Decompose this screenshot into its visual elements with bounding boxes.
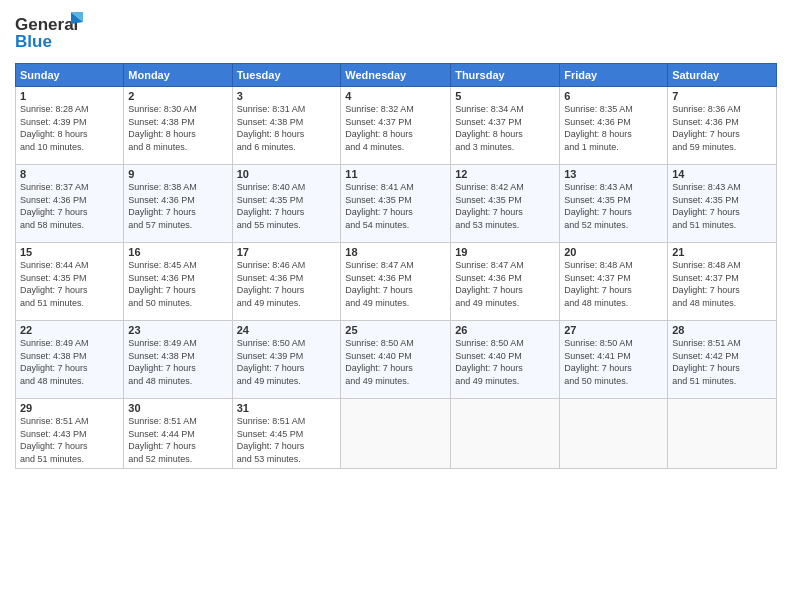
- week-row-2: 8Sunrise: 8:37 AM Sunset: 4:36 PM Daylig…: [16, 165, 777, 243]
- day-number: 20: [564, 246, 663, 258]
- day-info: Sunrise: 8:46 AM Sunset: 4:36 PM Dayligh…: [237, 259, 337, 309]
- svg-text:Blue: Blue: [15, 32, 52, 51]
- calendar-cell: 31Sunrise: 8:51 AM Sunset: 4:45 PM Dayli…: [232, 399, 341, 469]
- day-number: 26: [455, 324, 555, 336]
- calendar-cell: 13Sunrise: 8:43 AM Sunset: 4:35 PM Dayli…: [560, 165, 668, 243]
- day-info: Sunrise: 8:35 AM Sunset: 4:36 PM Dayligh…: [564, 103, 663, 153]
- day-info: Sunrise: 8:51 AM Sunset: 4:43 PM Dayligh…: [20, 415, 119, 465]
- day-info: Sunrise: 8:47 AM Sunset: 4:36 PM Dayligh…: [345, 259, 446, 309]
- calendar-cell: 8Sunrise: 8:37 AM Sunset: 4:36 PM Daylig…: [16, 165, 124, 243]
- day-number: 15: [20, 246, 119, 258]
- day-info: Sunrise: 8:51 AM Sunset: 4:44 PM Dayligh…: [128, 415, 227, 465]
- day-info: Sunrise: 8:34 AM Sunset: 4:37 PM Dayligh…: [455, 103, 555, 153]
- day-number: 10: [237, 168, 337, 180]
- day-info: Sunrise: 8:44 AM Sunset: 4:35 PM Dayligh…: [20, 259, 119, 309]
- calendar-cell: 10Sunrise: 8:40 AM Sunset: 4:35 PM Dayli…: [232, 165, 341, 243]
- col-header-saturday: Saturday: [668, 64, 777, 87]
- calendar-cell: 7Sunrise: 8:36 AM Sunset: 4:36 PM Daylig…: [668, 87, 777, 165]
- calendar-cell: 18Sunrise: 8:47 AM Sunset: 4:36 PM Dayli…: [341, 243, 451, 321]
- day-info: Sunrise: 8:50 AM Sunset: 4:40 PM Dayligh…: [345, 337, 446, 387]
- day-number: 22: [20, 324, 119, 336]
- col-header-monday: Monday: [124, 64, 232, 87]
- day-info: Sunrise: 8:48 AM Sunset: 4:37 PM Dayligh…: [564, 259, 663, 309]
- calendar-cell: 14Sunrise: 8:43 AM Sunset: 4:35 PM Dayli…: [668, 165, 777, 243]
- col-header-wednesday: Wednesday: [341, 64, 451, 87]
- calendar-cell: 17Sunrise: 8:46 AM Sunset: 4:36 PM Dayli…: [232, 243, 341, 321]
- calendar-cell: 29Sunrise: 8:51 AM Sunset: 4:43 PM Dayli…: [16, 399, 124, 469]
- day-number: 7: [672, 90, 772, 102]
- calendar-cell: 3Sunrise: 8:31 AM Sunset: 4:38 PM Daylig…: [232, 87, 341, 165]
- day-number: 23: [128, 324, 227, 336]
- calendar-cell: 22Sunrise: 8:49 AM Sunset: 4:38 PM Dayli…: [16, 321, 124, 399]
- day-info: Sunrise: 8:37 AM Sunset: 4:36 PM Dayligh…: [20, 181, 119, 231]
- day-info: Sunrise: 8:41 AM Sunset: 4:35 PM Dayligh…: [345, 181, 446, 231]
- day-number: 1: [20, 90, 119, 102]
- calendar-cell: 12Sunrise: 8:42 AM Sunset: 4:35 PM Dayli…: [451, 165, 560, 243]
- calendar-cell: 2Sunrise: 8:30 AM Sunset: 4:38 PM Daylig…: [124, 87, 232, 165]
- calendar-cell: 26Sunrise: 8:50 AM Sunset: 4:40 PM Dayli…: [451, 321, 560, 399]
- calendar-cell: [451, 399, 560, 469]
- day-info: Sunrise: 8:48 AM Sunset: 4:37 PM Dayligh…: [672, 259, 772, 309]
- calendar-cell: 5Sunrise: 8:34 AM Sunset: 4:37 PM Daylig…: [451, 87, 560, 165]
- day-info: Sunrise: 8:43 AM Sunset: 4:35 PM Dayligh…: [564, 181, 663, 231]
- logo-svg: GeneralBlue: [15, 10, 85, 55]
- week-row-1: 1Sunrise: 8:28 AM Sunset: 4:39 PM Daylig…: [16, 87, 777, 165]
- day-number: 24: [237, 324, 337, 336]
- day-info: Sunrise: 8:49 AM Sunset: 4:38 PM Dayligh…: [128, 337, 227, 387]
- day-number: 31: [237, 402, 337, 414]
- week-row-4: 22Sunrise: 8:49 AM Sunset: 4:38 PM Dayli…: [16, 321, 777, 399]
- day-info: Sunrise: 8:47 AM Sunset: 4:36 PM Dayligh…: [455, 259, 555, 309]
- calendar-cell: 15Sunrise: 8:44 AM Sunset: 4:35 PM Dayli…: [16, 243, 124, 321]
- calendar-cell: 20Sunrise: 8:48 AM Sunset: 4:37 PM Dayli…: [560, 243, 668, 321]
- day-number: 27: [564, 324, 663, 336]
- week-row-3: 15Sunrise: 8:44 AM Sunset: 4:35 PM Dayli…: [16, 243, 777, 321]
- calendar-cell: 30Sunrise: 8:51 AM Sunset: 4:44 PM Dayli…: [124, 399, 232, 469]
- day-info: Sunrise: 8:28 AM Sunset: 4:39 PM Dayligh…: [20, 103, 119, 153]
- calendar-cell: [560, 399, 668, 469]
- day-info: Sunrise: 8:51 AM Sunset: 4:42 PM Dayligh…: [672, 337, 772, 387]
- day-number: 5: [455, 90, 555, 102]
- day-info: Sunrise: 8:43 AM Sunset: 4:35 PM Dayligh…: [672, 181, 772, 231]
- col-header-thursday: Thursday: [451, 64, 560, 87]
- day-number: 13: [564, 168, 663, 180]
- calendar-cell: 24Sunrise: 8:50 AM Sunset: 4:39 PM Dayli…: [232, 321, 341, 399]
- logo: GeneralBlue: [15, 10, 85, 55]
- day-info: Sunrise: 8:38 AM Sunset: 4:36 PM Dayligh…: [128, 181, 227, 231]
- day-number: 16: [128, 246, 227, 258]
- day-number: 19: [455, 246, 555, 258]
- day-number: 25: [345, 324, 446, 336]
- day-info: Sunrise: 8:40 AM Sunset: 4:35 PM Dayligh…: [237, 181, 337, 231]
- day-info: Sunrise: 8:30 AM Sunset: 4:38 PM Dayligh…: [128, 103, 227, 153]
- calendar-cell: 6Sunrise: 8:35 AM Sunset: 4:36 PM Daylig…: [560, 87, 668, 165]
- calendar-cell: 19Sunrise: 8:47 AM Sunset: 4:36 PM Dayli…: [451, 243, 560, 321]
- day-info: Sunrise: 8:32 AM Sunset: 4:37 PM Dayligh…: [345, 103, 446, 153]
- calendar-cell: 25Sunrise: 8:50 AM Sunset: 4:40 PM Dayli…: [341, 321, 451, 399]
- day-number: 17: [237, 246, 337, 258]
- calendar-cell: 9Sunrise: 8:38 AM Sunset: 4:36 PM Daylig…: [124, 165, 232, 243]
- calendar-cell: 4Sunrise: 8:32 AM Sunset: 4:37 PM Daylig…: [341, 87, 451, 165]
- day-info: Sunrise: 8:50 AM Sunset: 4:41 PM Dayligh…: [564, 337, 663, 387]
- day-number: 28: [672, 324, 772, 336]
- calendar-cell: 23Sunrise: 8:49 AM Sunset: 4:38 PM Dayli…: [124, 321, 232, 399]
- day-number: 14: [672, 168, 772, 180]
- day-number: 30: [128, 402, 227, 414]
- day-info: Sunrise: 8:36 AM Sunset: 4:36 PM Dayligh…: [672, 103, 772, 153]
- page: GeneralBlue SundayMondayTuesdayWednesday…: [0, 0, 792, 612]
- day-info: Sunrise: 8:50 AM Sunset: 4:40 PM Dayligh…: [455, 337, 555, 387]
- day-info: Sunrise: 8:42 AM Sunset: 4:35 PM Dayligh…: [455, 181, 555, 231]
- day-number: 18: [345, 246, 446, 258]
- day-number: 11: [345, 168, 446, 180]
- calendar-cell: 11Sunrise: 8:41 AM Sunset: 4:35 PM Dayli…: [341, 165, 451, 243]
- day-info: Sunrise: 8:31 AM Sunset: 4:38 PM Dayligh…: [237, 103, 337, 153]
- week-row-5: 29Sunrise: 8:51 AM Sunset: 4:43 PM Dayli…: [16, 399, 777, 469]
- calendar-cell: 16Sunrise: 8:45 AM Sunset: 4:36 PM Dayli…: [124, 243, 232, 321]
- day-info: Sunrise: 8:51 AM Sunset: 4:45 PM Dayligh…: [237, 415, 337, 465]
- header: GeneralBlue: [15, 10, 777, 55]
- calendar-cell: 1Sunrise: 8:28 AM Sunset: 4:39 PM Daylig…: [16, 87, 124, 165]
- calendar-cell: [341, 399, 451, 469]
- calendar-cell: 28Sunrise: 8:51 AM Sunset: 4:42 PM Dayli…: [668, 321, 777, 399]
- calendar-cell: 27Sunrise: 8:50 AM Sunset: 4:41 PM Dayli…: [560, 321, 668, 399]
- day-number: 2: [128, 90, 227, 102]
- col-header-tuesday: Tuesday: [232, 64, 341, 87]
- col-header-sunday: Sunday: [16, 64, 124, 87]
